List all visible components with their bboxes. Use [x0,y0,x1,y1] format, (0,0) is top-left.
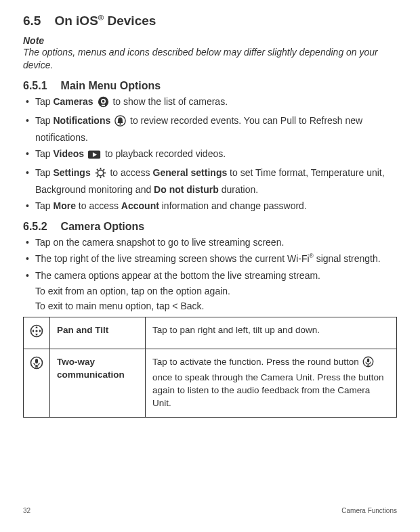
camera-icon [98,96,109,111]
subsection-2-number: 6.5.2 [23,221,47,233]
subsection-2-title: Camera Options [61,221,145,232]
pan-tilt-desc: Tap to pan right and left, tilt up and d… [146,317,397,349]
svg-marker-21 [32,330,34,332]
camera-options-table: Pan and Tilt Tap to pan right and left, … [23,317,397,417]
page-number: 32 [23,507,30,514]
section-number: 6.5 [23,14,41,28]
section-title-pre: On iOS [54,14,98,28]
list-item: The camera options appear at the bottom … [23,269,397,282]
svg-point-5 [120,123,121,125]
subsection-2-heading: 6.5.2Camera Options [23,221,397,233]
svg-line-15 [97,175,98,177]
list-item: Tap Notifications to review recorded eve… [23,114,397,144]
pan-tilt-icon [30,324,43,342]
svg-marker-22 [39,330,41,332]
main-menu-list: Tap Cameras to show the list of cameras.… [23,95,397,213]
list-item: Tap Cameras to show the list of cameras. [23,95,397,111]
registered-mark: ® [98,14,104,22]
list-item: Tap Videos to playback recorded videos. [23,147,397,163]
subsection-1-number: 6.5.1 [23,80,47,92]
svg-rect-28 [367,359,369,363]
footer-section: Camera Functions [341,507,397,514]
list-item: Tap on the camera snapshot to go to live… [23,236,397,249]
svg-marker-19 [35,326,38,328]
note-label: Note [23,35,397,46]
note-body: The options, menus and icons described b… [23,46,397,72]
pan-tilt-name: Pan and Tilt [50,317,146,349]
exit-line-1: To exit from an option, tap on the optio… [23,285,397,298]
microphone-icon [30,356,43,374]
section-title-post: Devices [104,14,156,28]
table-row: Pan and Tilt Tap to pan right and left, … [24,317,397,349]
page-footer: 32 Camera Functions [23,507,397,514]
gear-icon [95,167,106,182]
svg-rect-3 [101,105,104,106]
svg-point-18 [35,330,37,332]
section-heading: 6.5On iOS® Devices [23,14,397,28]
svg-rect-24 [35,359,38,363]
subsection-1-title: Main Menu Options [61,80,161,91]
svg-line-13 [97,169,98,171]
svg-line-14 [103,175,104,177]
two-way-desc: Tap to activate the function. Press the … [146,349,397,418]
svg-point-2 [102,100,104,103]
camera-options-list: Tap on the camera snapshot to go to live… [23,236,397,282]
subsection-1-heading: 6.5.1Main Menu Options [23,80,397,92]
list-item: Tap Settings to access General settings … [23,166,397,196]
exit-line-2: To exit to main menu option, tap < Back. [23,300,397,313]
svg-point-8 [98,171,104,177]
svg-line-16 [103,169,104,171]
list-item: Tap More to access Account information a… [23,199,397,213]
two-way-icon-cell [24,349,50,418]
video-icon [88,150,101,163]
two-way-name: Two-way communication [50,349,146,418]
table-row: Two-way communication Tap to activate th… [24,349,397,418]
svg-marker-20 [35,334,38,336]
pan-tilt-icon-cell [24,317,50,349]
microphone-icon [362,356,374,372]
bell-icon [114,115,126,130]
list-item: The top right of the live streaming scre… [23,252,397,265]
